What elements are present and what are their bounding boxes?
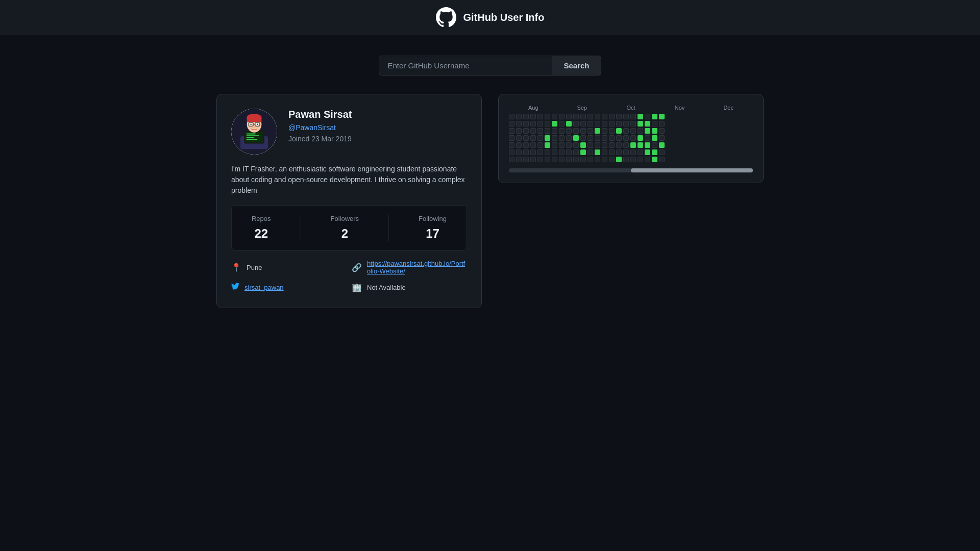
contrib-day [616, 121, 622, 127]
meta-company: 🏢 Not Available [352, 282, 467, 292]
contrib-day [523, 149, 529, 155]
contrib-day [509, 114, 514, 119]
contrib-week [595, 114, 600, 162]
contrib-week [552, 114, 557, 162]
contrib-day [580, 128, 586, 134]
contrib-day [595, 121, 600, 127]
contrib-day [659, 157, 665, 162]
stat-following: Following 17 [419, 215, 447, 241]
contrib-day [523, 142, 529, 148]
meta-twitter: sirsat_pawan [231, 282, 347, 292]
contrib-day [602, 121, 607, 127]
contrib-day [659, 121, 665, 127]
contrib-day [530, 135, 536, 141]
stat-divider-2 [388, 215, 389, 241]
svg-point-13 [250, 123, 252, 125]
contrib-day [559, 157, 565, 162]
contrib-day [595, 142, 600, 148]
contrib-day [659, 114, 665, 119]
contrib-day [587, 135, 593, 141]
contrib-day [602, 142, 607, 148]
contrib-day [537, 135, 543, 141]
search-bar: Search [0, 56, 980, 76]
contrib-week [509, 114, 514, 162]
app-title: GitHub User Info [463, 12, 545, 23]
contrib-day [645, 114, 650, 119]
svg-rect-6 [247, 137, 254, 138]
contrib-week [630, 114, 636, 162]
contrib-day [580, 114, 586, 119]
contrib-day [616, 142, 622, 148]
svg-rect-3 [245, 132, 263, 143]
website-link[interactable]: https://pawansirsat.github.io/Portfolio-… [367, 260, 467, 275]
contrib-week [609, 114, 615, 162]
contrib-day [509, 142, 514, 148]
contrib-day [602, 128, 607, 134]
contrib-day [630, 149, 636, 155]
month-label: Sep [558, 105, 607, 111]
meta-grid: 📍 Pune 🔗 https://pawansirsat.github.io/P… [231, 260, 467, 292]
contrib-week [516, 114, 522, 162]
contrib-card: AugSepOctNovDec [498, 94, 764, 183]
contrib-day [652, 114, 657, 119]
contrib-day [595, 128, 600, 134]
contrib-day [537, 128, 543, 134]
contrib-day [630, 114, 636, 119]
svg-rect-4 [247, 134, 256, 135]
company-icon: 🏢 [352, 283, 362, 292]
profile-card: Pawan Sirsat @PawanSirsat Joined 23 Mar … [216, 94, 482, 308]
contrib-day [609, 121, 615, 127]
search-input[interactable] [379, 56, 552, 76]
contrib-day [545, 149, 550, 155]
contrib-day [516, 128, 522, 134]
followers-label: Followers [331, 215, 359, 222]
contrib-day [573, 149, 579, 155]
contrib-week [645, 114, 650, 162]
contrib-day [630, 128, 636, 134]
contrib-day [545, 157, 550, 162]
contrib-day [587, 121, 593, 127]
month-label: Aug [509, 105, 558, 111]
contrib-day [566, 149, 572, 155]
contrib-day [616, 114, 622, 119]
link-icon: 🔗 [352, 263, 362, 272]
contrib-day [609, 114, 615, 119]
svg-point-14 [257, 123, 258, 125]
repos-label: Repos [252, 215, 271, 222]
contrib-day [630, 157, 636, 162]
contrib-day [616, 135, 622, 141]
contrib-day [537, 121, 543, 127]
following-label: Following [419, 215, 447, 222]
contrib-day [602, 135, 607, 141]
twitter-link[interactable]: sirsat_pawan [244, 284, 284, 291]
search-button[interactable]: Search [552, 56, 601, 76]
contrib-day [559, 135, 565, 141]
contrib-day [609, 149, 615, 155]
contrib-day [523, 135, 529, 141]
contrib-week [616, 114, 622, 162]
contrib-day [573, 121, 579, 127]
contrib-day [623, 128, 629, 134]
contrib-day [545, 142, 550, 148]
contrib-day [645, 121, 650, 127]
contrib-day [509, 121, 514, 127]
contrib-day [630, 121, 636, 127]
contrib-day [516, 135, 522, 141]
contrib-scrollbar[interactable] [509, 168, 753, 172]
contrib-day [566, 121, 572, 127]
contrib-day [623, 142, 629, 148]
location-icon: 📍 [231, 263, 241, 272]
contrib-day [638, 114, 643, 119]
svg-point-18 [253, 127, 255, 128]
contrib-day [623, 149, 629, 155]
svg-rect-5 [247, 135, 259, 136]
contrib-day [552, 149, 557, 155]
profile-username[interactable]: @PawanSirsat [288, 123, 352, 132]
contrib-day [545, 135, 550, 141]
contrib-day [530, 149, 536, 155]
contrib-day [623, 121, 629, 127]
contrib-day [509, 128, 514, 134]
contrib-day [545, 114, 550, 119]
contrib-week [559, 114, 565, 162]
contrib-day [552, 128, 557, 134]
